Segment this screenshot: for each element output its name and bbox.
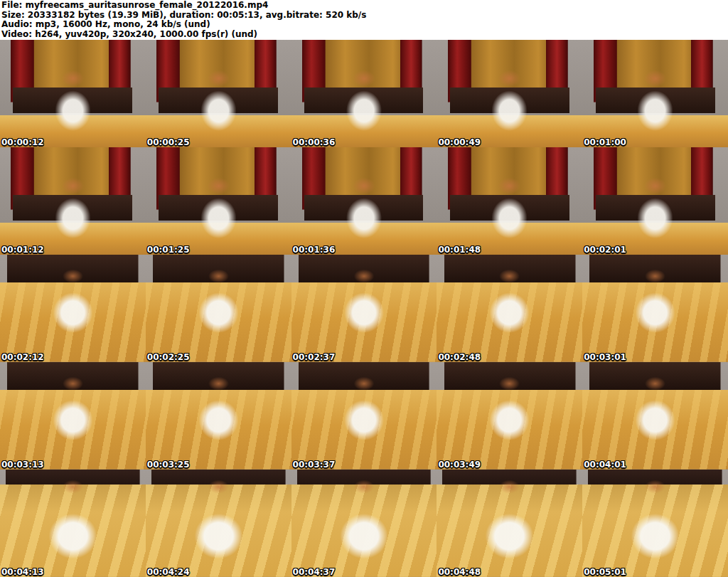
- frame-timestamp: 00:02:25: [147, 353, 190, 361]
- video-frame-thumbnail: 00:02:48: [437, 255, 582, 362]
- video-frame-thumbnail: 00:04:37: [291, 470, 437, 577]
- frame-timestamp: 00:04:24: [147, 568, 190, 576]
- thumbnail-grid: 00:00:12 00:00:25 00:00:36 00:00:49 00:0…: [0, 40, 728, 577]
- frame-timestamp: 00:02:48: [438, 353, 481, 361]
- frame-timestamp: 00:03:49: [438, 460, 481, 469]
- video-frame-thumbnail: 00:01:48: [437, 147, 582, 255]
- audio-info-line: Audio: mp3, 16000 Hz, mono, 24 kb/s (und…: [1, 20, 728, 30]
- video-frame-thumbnail: 00:04:48: [437, 470, 582, 577]
- frame-timestamp: 00:01:36: [293, 245, 336, 254]
- video-frame-thumbnail: 00:03:37: [291, 362, 437, 470]
- file-info-line: File: myfreecams_auritasunrose_female_20…: [1, 1, 728, 11]
- video-frame-thumbnail: 00:02:25: [146, 255, 291, 362]
- video-frame-thumbnail: 00:02:37: [291, 255, 437, 362]
- frame-timestamp: 00:01:12: [1, 245, 44, 254]
- video-frame-thumbnail: 00:01:00: [582, 40, 728, 147]
- frame-timestamp: 00:01:25: [147, 245, 190, 254]
- frame-timestamp: 00:01:00: [584, 138, 626, 147]
- frame-timestamp: 00:00:36: [293, 138, 336, 147]
- frame-timestamp: 00:04:37: [293, 568, 336, 576]
- video-frame-thumbnail: 00:00:49: [437, 40, 582, 147]
- size-info-line: Size: 20333182 bytes (19.39 MiB), durati…: [1, 11, 728, 21]
- frame-timestamp: 00:01:48: [438, 245, 481, 254]
- video-frame-thumbnail: 00:04:13: [0, 470, 146, 577]
- video-frame-thumbnail: 00:01:36: [291, 147, 437, 255]
- frame-timestamp: 00:03:13: [1, 460, 44, 469]
- frame-timestamp: 00:05:01: [584, 568, 626, 576]
- thumbnail-sheet: File: myfreecams_auritasunrose_female_20…: [0, 0, 728, 577]
- video-frame-thumbnail: 00:03:13: [0, 362, 146, 470]
- video-frame-thumbnail: 00:00:25: [146, 40, 291, 147]
- video-frame-thumbnail: 00:02:12: [0, 255, 146, 362]
- video-frame-thumbnail: 00:04:01: [582, 362, 728, 470]
- video-frame-thumbnail: 00:00:12: [0, 40, 146, 147]
- video-frame-thumbnail: 00:01:12: [0, 147, 146, 255]
- frame-timestamp: 00:03:01: [584, 353, 626, 361]
- frame-timestamp: 00:00:49: [438, 138, 481, 147]
- video-frame-thumbnail: 00:05:01: [582, 470, 728, 577]
- video-frame-thumbnail: 00:01:25: [146, 147, 291, 255]
- video-frame-thumbnail: 00:03:49: [437, 362, 582, 470]
- frame-timestamp: 00:03:25: [147, 460, 190, 469]
- frame-timestamp: 00:04:01: [584, 460, 626, 469]
- frame-timestamp: 00:00:25: [147, 138, 190, 147]
- video-frame-thumbnail: 00:03:25: [146, 362, 291, 470]
- video-frame-thumbnail: 00:04:24: [146, 470, 291, 577]
- frame-timestamp: 00:04:13: [1, 568, 44, 576]
- frame-timestamp: 00:02:37: [293, 353, 336, 361]
- frame-timestamp: 00:02:01: [584, 245, 626, 254]
- video-frame-thumbnail: 00:00:36: [291, 40, 437, 147]
- media-info-header: File: myfreecams_auritasunrose_female_20…: [0, 0, 728, 40]
- video-frame-thumbnail: 00:03:01: [582, 255, 728, 362]
- frame-timestamp: 00:03:37: [293, 460, 336, 469]
- video-frame-thumbnail: 00:02:01: [582, 147, 728, 255]
- frame-timestamp: 00:02:12: [1, 353, 44, 361]
- frame-timestamp: 00:04:48: [438, 568, 481, 576]
- frame-timestamp: 00:00:12: [1, 138, 44, 147]
- video-info-line: Video: h264, yuv420p, 320x240, 1000.00 f…: [1, 30, 728, 40]
